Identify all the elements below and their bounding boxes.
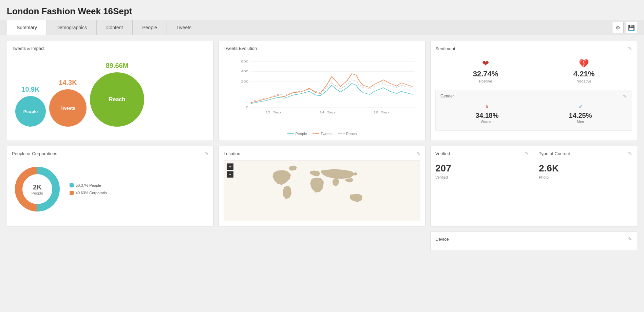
tweets-evolution-title: Tweets Evolution xyxy=(224,46,257,51)
legend-corp-text: 49.63% Corporatio xyxy=(76,191,107,195)
people-corps-title: People or Corporations xyxy=(12,151,57,156)
women-gender: ♀ 34.18% Women xyxy=(476,103,499,124)
legend-corp-item: 49.63% Corporatio xyxy=(70,191,107,195)
type-of-content-edit-icon[interactable] xyxy=(628,151,632,156)
reach-bubble: Reach xyxy=(90,72,144,127)
tweets-impact-card: Tweets & Impact 10.9K People 14.3K Tweet… xyxy=(7,41,214,141)
negative-icon: 💔 xyxy=(573,59,594,68)
tweets-evolution-chart: 600 400 200 0 12. Sep 14. Sep 16. Sep xyxy=(224,55,420,130)
verified-value: 207 xyxy=(435,163,529,174)
location-edit-icon[interactable] xyxy=(416,151,420,156)
tweets-bubble: Tweets xyxy=(49,89,87,127)
gender-row: ♀ 34.18% Women ♂ 14.25% Men xyxy=(440,99,627,127)
negative-pct: 4.21% xyxy=(573,70,594,78)
legend-people-text: 50.37% People xyxy=(76,183,101,187)
donut-legend: 50.37% People 49.63% Corporatio xyxy=(70,183,107,195)
donut-center-value: 2K xyxy=(32,183,43,191)
positive-sentiment: ❤ 32.74% Positive xyxy=(473,59,498,83)
legend-corp-dot xyxy=(70,191,74,195)
settings-button[interactable]: ⚙ xyxy=(612,22,624,33)
men-pct: 14.25% xyxy=(569,112,592,120)
type-of-content-label: Photo xyxy=(539,175,632,179)
legend-tweets: Tweets xyxy=(312,132,333,136)
bubbles-container: 10.9K People 14.3K Tweets 89.66M Reach xyxy=(12,55,209,133)
tab-demographics[interactable]: Demographics xyxy=(47,20,97,35)
zoom-out-button[interactable]: - xyxy=(227,171,233,178)
tweets-bubble-group: 14.3K Tweets xyxy=(49,79,87,127)
people-bubble-label: People xyxy=(23,109,38,114)
legend-people-item: 50.37% People xyxy=(70,183,107,187)
svg-text:12. Sep: 12. Sep xyxy=(265,111,281,114)
donut-center-label: People xyxy=(32,191,43,195)
sentiment-title: Sentiment xyxy=(435,46,455,51)
sentiment-card: Sentiment ❤ 32.74% Positive 💔 4.21% Nega… xyxy=(430,41,637,141)
export-button[interactable]: 💾 xyxy=(626,22,637,33)
people-bubble: People xyxy=(15,96,46,127)
verified-title: Verified xyxy=(435,151,450,156)
men-gender: ♂ 14.25% Men xyxy=(569,103,592,124)
device-title: Device xyxy=(435,237,449,242)
location-card: Location + - xyxy=(219,146,425,226)
map-container: + - xyxy=(224,160,420,221)
positive-icon: ❤ xyxy=(473,59,498,68)
gender-card: Gender ♀ 34.18% Women ♂ 14.25% Men xyxy=(435,90,632,131)
verified-card: Verified 207 Verified xyxy=(430,146,534,226)
device-card: Device xyxy=(430,231,637,251)
tweets-value: 14.3K xyxy=(59,79,77,87)
verified-label: Verified xyxy=(435,175,529,179)
svg-text:14. Sep: 14. Sep xyxy=(319,111,335,114)
women-pct: 34.18% xyxy=(476,112,499,120)
tab-bar: Summary Demographics Content People Twee… xyxy=(0,20,644,35)
donut-chart: 2K People xyxy=(12,164,63,215)
tweets-impact-title: Tweets & Impact xyxy=(12,46,44,51)
legend-reach: Reach xyxy=(338,132,357,136)
type-of-content-value: 2.6K xyxy=(539,163,632,174)
type-of-content-card: Type of Content 2.6K Photo xyxy=(534,146,637,226)
svg-text:600: 600 xyxy=(241,60,248,63)
donut-center: 2K People xyxy=(32,183,43,195)
verified-content-area: Verified 207 Verified Type of Content 2.… xyxy=(430,146,637,226)
gender-title: Gender xyxy=(440,94,454,99)
negative-label: Negative xyxy=(573,79,594,83)
people-corps-card: People or Corporations 2K People xyxy=(7,146,214,226)
negative-sentiment: 💔 4.21% Negative xyxy=(573,59,594,83)
map-controls: + - xyxy=(227,163,233,178)
people-bubble-group: 10.9K People xyxy=(15,86,46,127)
legend-people-dot xyxy=(70,183,74,187)
tweets-evolution-card: Tweets Evolution 600 400 200 0 12. Sep 1… xyxy=(219,41,425,141)
reach-bubble-label: Reach xyxy=(109,96,125,103)
chart-svg: 600 400 200 0 12. Sep 14. Sep 16. Sep xyxy=(237,58,417,120)
svg-text:200: 200 xyxy=(241,80,248,83)
men-label: Men xyxy=(569,120,592,124)
location-title: Location xyxy=(224,151,240,156)
type-of-content-title: Type of Content xyxy=(539,151,570,156)
people-value: 10.9K xyxy=(21,86,39,93)
tweets-bubble-label: Tweets xyxy=(60,106,75,111)
women-label: Women xyxy=(476,120,499,124)
people-corps-edit-icon[interactable] xyxy=(205,151,209,156)
positive-pct: 32.74% xyxy=(473,70,498,78)
reach-bubble-group: 89.66M Reach xyxy=(90,62,144,127)
page-title: London Fashion Week 16Sept xyxy=(7,6,637,17)
world-map-svg xyxy=(224,161,420,221)
zoom-in-button[interactable]: + xyxy=(227,163,233,170)
verified-edit-icon[interactable] xyxy=(525,151,529,156)
sentiment-edit-icon[interactable] xyxy=(628,46,632,51)
women-icon: ♀ xyxy=(476,103,499,110)
reach-value: 89.66M xyxy=(106,62,129,70)
positive-label: Positive xyxy=(473,79,498,83)
tab-summary[interactable]: Summary xyxy=(7,20,47,35)
device-edit-icon[interactable] xyxy=(628,236,632,242)
svg-text:0: 0 xyxy=(246,106,248,109)
men-icon: ♂ xyxy=(569,103,592,110)
svg-text:16. Sep: 16. Sep xyxy=(373,111,389,114)
donut-area: 2K People 50.37% People 49.63% Corporati… xyxy=(12,160,209,218)
legend-people: People xyxy=(287,132,307,136)
gender-edit-icon[interactable] xyxy=(623,94,627,99)
tab-tweets[interactable]: Tweets xyxy=(167,20,201,35)
tab-people[interactable]: People xyxy=(133,20,167,35)
svg-text:400: 400 xyxy=(241,70,248,73)
chart-legend: People Tweets Reach xyxy=(224,132,420,136)
sentiment-row: ❤ 32.74% Positive 💔 4.21% Negative xyxy=(435,55,632,87)
tab-content[interactable]: Content xyxy=(97,20,133,35)
